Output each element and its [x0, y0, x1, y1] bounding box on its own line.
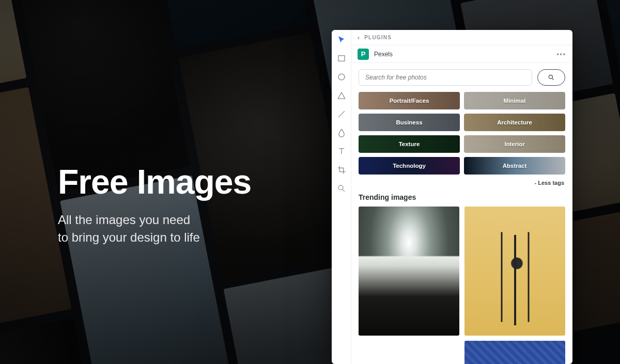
line-tool-icon[interactable] [336, 108, 347, 120]
breadcrumb-label: PLUGINS [364, 35, 392, 40]
triangle-tool-icon[interactable] [336, 90, 347, 101]
category-abstract[interactable]: Abstract [464, 157, 565, 175]
category-portrait-faces[interactable]: Portrait/Faces [359, 92, 460, 109]
svg-point-1 [338, 74, 345, 80]
svg-rect-0 [338, 56, 345, 61]
trending-thumb-lamppost[interactable] [464, 207, 565, 336]
search-tool-icon[interactable] [336, 183, 347, 194]
plugin-name: Pexels [374, 51, 393, 58]
category-interior[interactable]: Interior [464, 135, 565, 153]
plugin-header: P Pexels ••• [351, 45, 572, 63]
hero-text: Free Images All the images you need to b… [58, 164, 251, 246]
ellipse-tool-icon[interactable] [336, 71, 347, 83]
pen-tool-icon[interactable] [336, 127, 347, 138]
promo-stage: Free Images All the images you need to b… [0, 0, 620, 364]
cursor-tool-icon[interactable] [336, 34, 347, 45]
plugin-panel: ‹ PLUGINS P Pexels ••• Portrait/F [332, 30, 572, 364]
hero-title: Free Images [58, 164, 251, 200]
tool-rail [332, 30, 351, 364]
panel-body: Portrait/Faces Minimal Business Architec… [351, 63, 572, 364]
trending-thumb-waterfall[interactable] [359, 207, 459, 336]
text-tool-icon[interactable] [336, 146, 347, 157]
category-grid: Portrait/Faces Minimal Business Architec… [359, 92, 565, 175]
more-options-button[interactable]: ••• [556, 51, 566, 58]
category-technology[interactable]: Technology [359, 157, 460, 175]
category-texture[interactable]: Texture [359, 135, 460, 153]
search-icon [548, 74, 555, 81]
breadcrumb[interactable]: ‹ PLUGINS [351, 30, 572, 45]
search-input[interactable] [359, 69, 532, 86]
svg-point-3 [549, 75, 552, 78]
search-row [359, 69, 565, 86]
svg-point-2 [338, 185, 343, 190]
chevron-left-icon: ‹ [358, 34, 360, 41]
crop-tool-icon[interactable] [336, 164, 347, 176]
search-button[interactable] [537, 69, 565, 86]
rectangle-tool-icon[interactable] [336, 53, 347, 64]
panel-main: ‹ PLUGINS P Pexels ••• Portrait/F [351, 30, 572, 364]
trending-heading: Trending images [359, 193, 565, 201]
pexels-logo-icon: P [358, 49, 369, 60]
trending-grid [359, 207, 565, 364]
less-tags-toggle[interactable]: - Less tags [359, 180, 564, 186]
category-architecture[interactable]: Architecture [464, 114, 565, 131]
trending-thumb-blue-texture[interactable] [464, 341, 565, 364]
category-minimal[interactable]: Minimal [464, 92, 565, 109]
category-business[interactable]: Business [359, 114, 460, 131]
hero-subtitle: All the images you need to bring your de… [58, 211, 251, 246]
